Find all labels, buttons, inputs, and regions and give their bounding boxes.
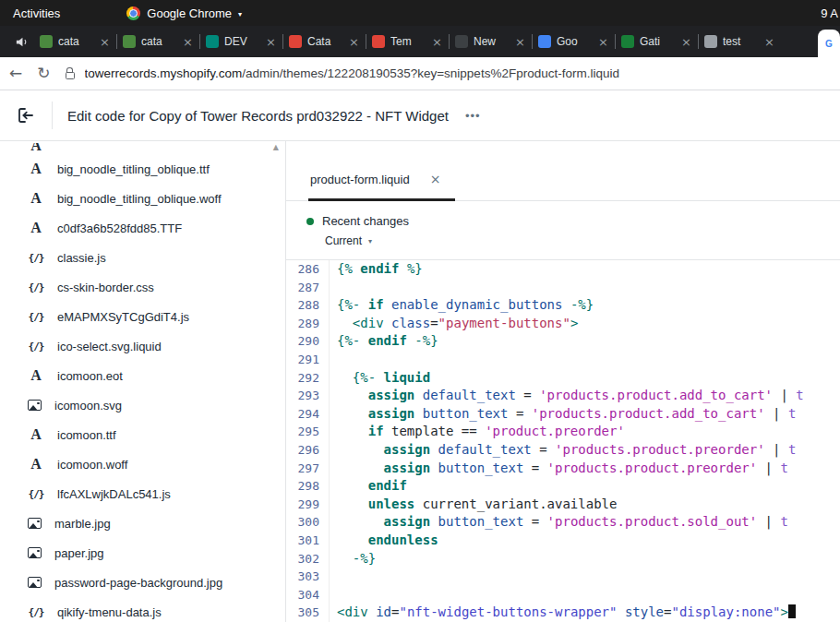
code-line[interactable]: 287: [286, 279, 840, 297]
file-item[interactable]: {/}qikify-tmenu-data.js: [0, 597, 285, 622]
code-line[interactable]: 288{%- if enable_dynamic_buttons -%}: [286, 296, 840, 315]
browser-tab[interactable]: Cata×: [282, 26, 366, 57]
code-token: [430, 461, 438, 475]
code-token: 'product.preorder': [485, 424, 625, 438]
file-item[interactable]: password-page-background.jpg: [0, 568, 285, 597]
code-line[interactable]: 302 -%}: [286, 550, 840, 568]
version-dropdown[interactable]: Current ▾: [325, 234, 840, 247]
code-line[interactable]: 286{% endif %}: [286, 260, 840, 279]
tab-close-icon[interactable]: ×: [183, 35, 193, 49]
font-file-icon: A: [28, 456, 44, 472]
more-options-icon[interactable]: •••: [465, 109, 481, 123]
code-line[interactable]: 296 assign default_text = 'products.prod…: [286, 441, 840, 460]
scroll-up-icon[interactable]: ▲: [273, 143, 279, 151]
code-line[interactable]: 294 assign button_text = 'products.produ…: [286, 405, 840, 424]
tab-close-icon[interactable]: ×: [266, 35, 276, 49]
tab-title: cata: [141, 35, 177, 48]
file-item[interactable]: {/}ico-select.svg.liquid: [0, 331, 285, 361]
image-file-icon: [28, 577, 42, 588]
file-item[interactable]: Aicomoon.eot: [0, 361, 285, 390]
code-token: [414, 406, 422, 421]
tab-close-icon[interactable]: ×: [349, 35, 359, 49]
browser-tab[interactable]: test×: [698, 26, 781, 57]
browser-tab[interactable]: DEV×: [199, 26, 282, 57]
revision-bar: Recent changes Current ▾: [286, 201, 840, 260]
code-line[interactable]: 292 {%- liquid: [286, 369, 840, 388]
code-token: style: [625, 604, 664, 619]
code-line[interactable]: 290{%- endif -%}: [286, 332, 840, 351]
code-line[interactable]: 304: [286, 586, 840, 604]
code-line[interactable]: 300 assign button_text = 'products.produ…: [286, 513, 840, 532]
file-item[interactable]: Abig_noodle_titling_oblique.woff: [0, 184, 285, 213]
app-menu[interactable]: Google Chrome ▾: [126, 6, 242, 20]
file-name: c0df3a6b528fdd85.TTF: [57, 221, 182, 235]
address-bar[interactable]: towerrecords.myshopify.com/admin/themes/…: [66, 66, 832, 80]
code-line[interactable]: 297 assign button_text = 'products.produ…: [286, 460, 840, 478]
code-line[interactable]: 295 if template == 'product.preorder': [286, 423, 840, 441]
code-line[interactable]: 301 endunless: [286, 532, 840, 550]
code-token: |: [757, 461, 780, 475]
file-item[interactable]: paper.jpg: [0, 538, 285, 568]
browser-tab[interactable]: cata×: [116, 26, 199, 57]
file-item[interactable]: {/}cs-skin-border.css: [0, 272, 285, 302]
tab-close-icon[interactable]: ×: [432, 35, 442, 49]
file-item[interactable]: {/}lfcAXLwjkDALc541.js: [0, 479, 285, 508]
code-token: [337, 442, 384, 457]
browser-tab[interactable]: Gati×: [615, 26, 698, 57]
code-line[interactable]: 303: [286, 568, 840, 586]
file-item[interactable]: Aicomoon.woff: [0, 449, 285, 479]
code-token: "payment-buttons": [438, 316, 570, 330]
code-token: [337, 551, 353, 566]
file-item[interactable]: icomoon.svg: [0, 390, 285, 420]
tab-favicon: [40, 35, 53, 48]
browser-tab[interactable]: G: [818, 30, 840, 57]
line-number: 286: [286, 260, 330, 279]
exit-code-editor-button[interactable]: [0, 90, 52, 140]
browser-tab[interactable]: cata×: [33, 26, 116, 57]
code-token: [337, 478, 368, 493]
image-file-icon: [28, 400, 42, 411]
file-item[interactable]: Abig_noodle_titling_oblique.ttf: [0, 154, 285, 184]
code-line[interactable]: 293 assign default_text = 'products.prod…: [286, 387, 840, 405]
tab-close-icon[interactable]: ×: [598, 35, 608, 49]
code-token: [337, 514, 384, 529]
browser-tab[interactable]: Tem×: [366, 26, 449, 57]
file-item[interactable]: marble.jpg: [0, 508, 285, 538]
code-text: {%- liquid: [330, 369, 430, 388]
file-item[interactable]: Ac0df3a6b528fdd85.TTF: [0, 213, 285, 243]
tab-close-icon[interactable]: ×: [681, 35, 691, 49]
file-item[interactable]: {/}classie.js: [0, 243, 285, 272]
tab-close-icon[interactable]: ×: [515, 35, 525, 49]
speaker-icon[interactable]: [9, 35, 33, 49]
code-token: default_text: [438, 442, 532, 457]
code-line[interactable]: 299 unless current_variant.available: [286, 496, 840, 514]
tab-title: New: [474, 35, 510, 48]
code-text: [330, 586, 337, 604]
page-header: Edit code for Copy of Tower Records prd0…: [0, 90, 840, 141]
tab-title: Goo: [557, 35, 593, 48]
code-line[interactable]: 289 <div class="payment-buttons">: [286, 315, 840, 333]
line-number: 294: [286, 405, 330, 424]
editor-tab-product-form[interactable]: product-form.liquid ×: [308, 161, 455, 201]
line-number: 302: [286, 550, 330, 568]
code-line[interactable]: 291: [286, 351, 840, 369]
browser-tab[interactable]: New×: [449, 26, 532, 57]
tab-close-icon[interactable]: ×: [764, 35, 774, 49]
browser-tab[interactable]: Goo×: [532, 26, 615, 57]
line-number: 300: [286, 513, 330, 532]
tab-close-icon[interactable]: ×: [100, 35, 110, 49]
recent-changes-dot-icon: [306, 218, 314, 225]
activities-button[interactable]: Activities: [0, 6, 73, 20]
code-line[interactable]: 305<div id="nft-widget-buttons-wrapper" …: [286, 604, 840, 622]
file-item[interactable]: {/}eMAPMXSyTCgGdiT4.js: [0, 302, 285, 331]
code-text: unless current_variant.available: [330, 496, 617, 514]
page-body: ▲ AAbig_noodle_titling_oblique.ttfAbig_n…: [0, 141, 840, 622]
back-button[interactable]: ←: [9, 66, 22, 81]
file-name: ico-select.svg.liquid: [57, 340, 162, 353]
code-area[interactable]: 286{% endif %}287288{%- if enable_dynami…: [286, 260, 840, 622]
file-sidebar[interactable]: ▲ AAbig_noodle_titling_oblique.ttfAbig_n…: [0, 141, 286, 622]
reload-button[interactable]: ↻: [37, 66, 50, 81]
file-item[interactable]: Aicomoon.ttf: [0, 420, 285, 449]
code-line[interactable]: 298 endif: [286, 477, 840, 496]
editor-tab-close-icon[interactable]: ×: [430, 172, 441, 186]
